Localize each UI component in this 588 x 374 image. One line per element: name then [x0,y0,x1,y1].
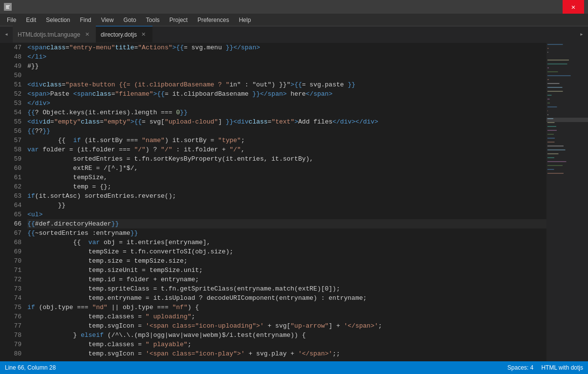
line-number: 67 [0,229,22,238]
line-number: 55 [0,117,22,126]
line-number: 72 [0,275,22,284]
minimap [546,43,588,361]
code-line: <span class="entry-menu" title="Actions"… [27,43,546,52]
line-number: 79 [0,340,22,349]
line-number: 80 [0,349,22,358]
menu-selection[interactable]: Selection [41,15,75,25]
line-number: 70 [0,256,22,266]
code-line: {{ if (it.sortBy === "name") it.sortBy =… [27,136,546,145]
line-number: 64 [0,201,22,210]
code-line: temp = {}; [27,182,546,191]
code-line: <div id="empty" class="empty">{{= svg["u… [27,117,546,126]
code-line: temp.classes = " uploading"; [27,312,546,321]
line-number: 74 [0,293,22,303]
title-bar-left [4,3,12,11]
code-line: {{? Object.keys(it.entries).length === 0… [27,108,546,117]
status-bar: Line 66, Column 28 Spaces: 4 HTML with d… [0,361,588,374]
line-number: 61 [0,173,22,182]
code-line: var folder = (it.folder === "/") ? "/" :… [27,145,546,154]
tab-htmldotjs[interactable]: HTMLdotjs.tmLanguage ✕ [13,26,96,42]
syntax-info[interactable]: HTML with dotjs [541,364,583,371]
code-line: {{~sortedEntries :entryname}} [27,229,546,238]
code-line: temp.id = folder + entryname; [27,275,546,284]
tab-close[interactable]: ✕ [83,31,91,39]
cursor-position: Line 66, Column 28 [5,364,56,371]
line-number: 48 [0,52,22,62]
code-content[interactable]: <span class="entry-menu" title="Actions"… [25,43,546,361]
editor-container: 4748495051525354555657585960616263646566… [0,43,588,361]
close-button[interactable]: ✕ [563,0,584,14]
line-number: 78 [0,331,22,340]
code-line: if(it.sortAsc) sortedEntries.reverse(); [27,191,546,201]
title-bar: ✕ [0,0,588,14]
code-line [27,71,546,80]
tab-label: HTMLdotjs.tmLanguage [18,31,80,38]
tab-close[interactable]: ✕ [140,31,148,39]
tab-scroll-left[interactable]: ◂ [0,26,13,42]
line-number: 68 [0,238,22,247]
line-number: 54 [0,108,22,117]
svg-rect-2 [6,7,9,8]
code-line: <span>Paste <span class="filename">{{= i… [27,89,546,99]
line-number: 56 [0,126,22,136]
code-line: <ul> [27,210,546,219]
line-number: 66 [0,219,22,229]
menu-preferences[interactable]: Preferences [193,15,234,25]
line-number: 51 [0,80,22,89]
menu-find[interactable]: Find [75,15,96,25]
menu-help[interactable]: Help [234,15,256,25]
line-number: 77 [0,321,22,331]
menu-tools[interactable]: Tools [141,15,165,25]
code-line: </li> [27,52,546,62]
menu-bar: File Edit Selection Find View Goto Tools… [0,14,588,26]
code-line: temp.svgIcon = '<span class="icon-play">… [27,349,546,358]
indentation-info[interactable]: Spaces: 4 [507,364,533,371]
line-number: 58 [0,145,22,154]
code-line: {{ var obj = it.entries[entryname], [27,238,546,247]
code-line: } else if (/^\.\.(mp3|ogg|wav|wave|webm)… [27,331,546,340]
menu-edit[interactable]: Edit [21,15,41,25]
code-line: temp.spriteClass = t.fn.getSpriteClass(e… [27,284,546,293]
status-right: Spaces: 4 HTML with dotjs [507,364,583,371]
menu-view[interactable]: View [96,15,119,25]
tab-scroll-right[interactable]: ▸ [575,26,588,42]
menu-project[interactable]: Project [165,15,193,25]
code-line: <div class="paste-button {{= (it.clipboa… [27,80,546,89]
line-number: 47 [0,43,22,52]
svg-rect-3 [6,8,9,9]
line-number: 59 [0,154,22,164]
line-number: 62 [0,182,22,191]
tab-label: directory.dotjs [101,31,137,38]
code-line: extRE = /[^.]*$/, [27,164,546,173]
code-line: sortedEntries = t.fn.sortKeysByProperty(… [27,154,546,164]
line-number: 75 [0,303,22,312]
code-line: </div> [27,99,546,108]
menu-goto[interactable]: Goto [119,15,141,25]
code-line: tempSize = t.fn.convertToSI(obj.size); [27,247,546,256]
line-numbers: 4748495051525354555657585960616263646566… [0,43,25,361]
app-icon [4,3,12,11]
tab-bar: ◂ HTMLdotjs.tmLanguage ✕ directory.dotjs… [0,26,588,43]
menu-file[interactable]: File [2,15,21,25]
code-line: }} [27,201,546,210]
code-line: temp.sizeUnit = tempSize.unit; [27,266,546,275]
code-line: temp.classes = " playable"; [27,340,546,349]
code-line: {{??}} [27,126,546,136]
code-line: temp.svgIcon = '<span class="icon-upload… [27,321,546,331]
line-number: 57 [0,136,22,145]
code-line: temp.entryname = it.isUpload ? decodeURI… [27,293,546,303]
code-line: #}} [27,62,546,71]
line-number: 60 [0,164,22,173]
line-number: 76 [0,312,22,321]
line-number: 65 [0,210,22,219]
line-number: 69 [0,247,22,256]
code-line: {{#def.directoryHeader}} [27,219,546,229]
status-left: Line 66, Column 28 [5,364,56,371]
code-line: if (obj.type === "nd" || obj.type === "n… [27,303,546,312]
line-number: 50 [0,71,22,80]
code-line: temp.size = tempSize.size; [27,256,546,266]
line-number: 49 [0,62,22,71]
svg-rect-1 [6,5,10,6]
tab-directory[interactable]: directory.dotjs ✕ [96,26,152,42]
line-number: 73 [0,284,22,293]
